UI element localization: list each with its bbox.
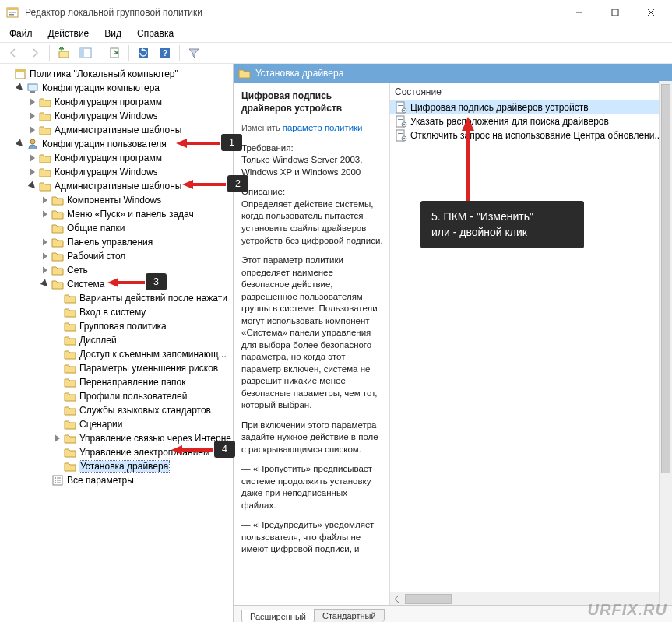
tree-item[interactable]: Варианты действий после нажати [3, 291, 233, 305]
tree-item[interactable]: Параметры уменьшения рисков [3, 361, 233, 375]
settings-item[interactable]: Цифровая подпись драйверов устройств [390, 100, 672, 114]
folder-icon [39, 96, 51, 108]
settings-item[interactable]: Указать расположения для поиска драйверо… [390, 114, 672, 128]
expand-icon[interactable] [40, 265, 50, 275]
tree-item[interactable]: Рабочий стол [3, 249, 233, 263]
folder-icon [51, 278, 64, 290]
maximize-button[interactable] [597, 0, 633, 25]
policy-icon [395, 129, 407, 142]
tree-item[interactable]: Меню «Пуск» и панель задач [3, 207, 233, 221]
edit-policy-link[interactable]: параметр политики [283, 123, 363, 132]
tree-item[interactable]: Вход в систему [3, 305, 233, 319]
policy-tree[interactable]: Политика "Локальный компьютер" Конфигура… [0, 64, 234, 622]
folder-icon [51, 236, 64, 248]
window-title: Редактор локальной групповой политики [25, 7, 561, 18]
tree-item[interactable]: Конфигурация Windows [3, 109, 233, 123]
svg-rect-16 [16, 69, 25, 72]
show-hide-tree-button[interactable] [76, 44, 95, 62]
menu-action[interactable]: Действие [42, 26, 99, 40]
main-split: Политика "Локальный компьютер" Конфигура… [0, 64, 672, 622]
tree-item[interactable]: Сценарии [3, 417, 233, 431]
tree-item[interactable]: Доступ к съемным запоминающ... [3, 347, 233, 361]
expand-icon[interactable] [28, 153, 37, 163]
export-button[interactable] [105, 44, 124, 62]
tree-item[interactable]: Конфигурация Windows [3, 165, 233, 179]
tree-computer-config[interactable]: Конфигурация компьютера [3, 81, 233, 95]
svg-point-21 [55, 477, 56, 479]
folder-icon [39, 180, 51, 192]
tab-standard[interactable]: Стандартный [314, 609, 385, 622]
collapse-icon[interactable] [28, 181, 37, 191]
settings-item[interactable]: Отключить запрос на использование Центра… [390, 128, 672, 142]
separator [49, 45, 50, 61]
folder-icon [39, 124, 51, 136]
tree-item[interactable]: Конфигурация программ [3, 95, 233, 109]
settings-list[interactable]: Цифровая подпись драйверов устройств Ука… [390, 100, 672, 592]
tree-driver-install[interactable]: Установка драйвера [3, 459, 233, 473]
folder-icon [39, 166, 51, 178]
svg-rect-36 [403, 124, 405, 125]
filter-button[interactable] [185, 44, 203, 62]
svg-text:?: ? [163, 49, 167, 58]
expand-icon[interactable] [28, 167, 37, 177]
svg-point-19 [30, 139, 35, 144]
tree-item[interactable]: Административные шаблоны [3, 123, 233, 137]
minimize-button[interactable] [561, 0, 597, 25]
collapse-icon[interactable] [16, 83, 25, 93]
expand-icon[interactable] [28, 125, 37, 135]
refresh-button[interactable] [134, 44, 153, 62]
tree-item[interactable]: Профили пользователей [3, 389, 233, 403]
menu-help[interactable]: Справка [131, 26, 183, 40]
svg-point-23 [55, 482, 56, 483]
tree-item[interactable]: Службы языковых стандартов [3, 403, 233, 417]
tree-user-config[interactable]: Конфигурация пользователя [3, 137, 233, 151]
vertical-scrollbar[interactable] [659, 81, 672, 605]
expand-icon[interactable] [40, 251, 50, 261]
tree-item[interactable]: Групповая политика [3, 319, 233, 333]
forward-button[interactable] [26, 44, 44, 62]
expand-icon[interactable] [28, 111, 37, 121]
tree-item[interactable]: Сеть [3, 263, 233, 277]
collapse-icon[interactable] [40, 279, 50, 289]
up-button[interactable] [55, 44, 73, 62]
expand-icon[interactable] [53, 434, 62, 443]
back-button[interactable] [4, 44, 23, 62]
tree-root[interactable]: Политика "Локальный компьютер" [3, 67, 233, 81]
tree-item[interactable]: Управление связью через Интерне [3, 431, 233, 445]
svg-rect-2 [9, 12, 16, 13]
svg-rect-33 [398, 118, 403, 118]
horizontal-scrollbar[interactable] [390, 592, 672, 605]
column-header-state[interactable]: Состояние [390, 83, 672, 100]
help-button[interactable]: ? [156, 44, 174, 62]
tree-all-settings[interactable]: Все параметры [3, 473, 233, 487]
expand-icon[interactable] [40, 195, 50, 205]
svg-rect-41 [403, 138, 405, 139]
folder-icon [238, 67, 251, 79]
folder-icon [51, 250, 64, 262]
tree-item[interactable]: Панель управления [3, 235, 233, 249]
folder-icon [64, 404, 76, 416]
tree-item[interactable]: Компоненты Windows [3, 193, 233, 207]
tree-admin-templates[interactable]: Административные шаблоны [3, 179, 233, 193]
tree-system[interactable]: Система [3, 277, 233, 291]
tree-item[interactable]: Перенаправление папок [3, 375, 233, 389]
tree-item[interactable]: Дисплей [3, 333, 233, 347]
close-button[interactable] [633, 0, 669, 25]
folder-icon [64, 432, 76, 445]
expand-icon[interactable] [40, 237, 50, 247]
tree-item[interactable]: Общие папки [3, 221, 233, 235]
tab-extended[interactable]: Расширенный [241, 610, 315, 622]
expand-icon[interactable] [40, 209, 50, 219]
folder-icon [64, 320, 76, 332]
policy-icon [395, 101, 407, 114]
tree-item[interactable]: Конфигурация программ [3, 151, 233, 165]
tree-item[interactable]: Управление электропитанием [3, 445, 233, 459]
svg-rect-39 [398, 133, 403, 134]
menu-file[interactable]: Файл [3, 26, 42, 40]
folder-icon [64, 348, 76, 360]
collapse-icon[interactable] [16, 139, 25, 149]
menu-view[interactable]: Вид [98, 26, 131, 40]
folder-icon [64, 460, 76, 473]
expand-icon[interactable] [28, 97, 37, 107]
folder-icon [51, 194, 64, 206]
